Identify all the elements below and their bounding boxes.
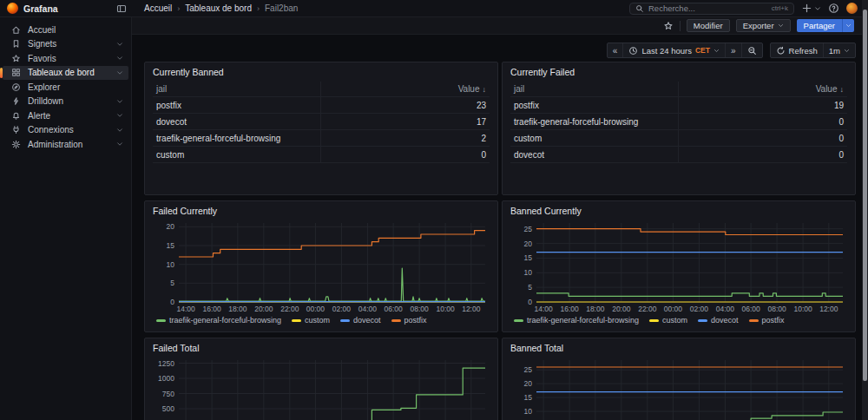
- column-header-jail[interactable]: jail: [153, 82, 321, 96]
- gear-icon: [11, 140, 21, 149]
- search-input[interactable]: Recherche... ctrl+k: [629, 3, 794, 15]
- share-button[interactable]: Partager: [797, 19, 842, 32]
- panel-title[interactable]: Failed Currently: [153, 206, 490, 219]
- panel-title[interactable]: Banned Total: [510, 343, 847, 356]
- sidebar-item-favoris[interactable]: Favoris: [3, 51, 128, 66]
- svg-text:20: 20: [524, 240, 533, 248]
- chart-plot-area[interactable]: 14:0016:0018:0020:0022:0000:0002:0004:00…: [510, 220, 847, 313]
- breadcrumb-home[interactable]: Accueil: [144, 3, 172, 13]
- legend-item[interactable]: traefik-general-forceful-browsing: [514, 316, 639, 325]
- chart-canvas[interactable]: 14:0016:0018:0020:0022:0000:0002:0004:00…: [510, 357, 847, 420]
- timeseries-chart: 14:0016:0018:0020:0022:0000:0002:0004:00…: [510, 356, 847, 420]
- export-button[interactable]: Exporter: [736, 19, 791, 32]
- time-range-picker[interactable]: Last 24 hours CET: [622, 43, 725, 57]
- svg-text:14:00: 14:00: [176, 305, 195, 313]
- favorite-star-icon[interactable]: [663, 21, 674, 31]
- chart-plot-area[interactable]: 14:0016:0018:0020:0022:0000:0002:0004:00…: [510, 357, 847, 420]
- sidebar-item-explorer[interactable]: Explorer: [3, 80, 128, 95]
- cell-value: 23: [321, 97, 490, 113]
- panel-title[interactable]: Currently Failed: [510, 67, 847, 80]
- svg-text:1000: 1000: [158, 374, 174, 383]
- legend-item[interactable]: custom: [292, 316, 330, 325]
- svg-text:5: 5: [170, 279, 174, 287]
- svg-text:08:00: 08:00: [410, 305, 429, 313]
- legend-item[interactable]: custom: [649, 316, 687, 325]
- panel-title[interactable]: Currently Banned: [153, 67, 490, 80]
- svg-text:22:00: 22:00: [280, 305, 299, 313]
- toggle-sidebar-icon[interactable]: [116, 3, 127, 14]
- svg-text:25: 25: [524, 365, 533, 374]
- legend-item[interactable]: postfix: [391, 316, 427, 325]
- new-button[interactable]: [801, 3, 821, 14]
- timezone-label: CET: [695, 46, 710, 55]
- sidebar-item-label: Alerte: [28, 111, 50, 121]
- column-header-value[interactable]: Value↓: [679, 82, 847, 96]
- scrollbar-track[interactable]: [862, 0, 868, 420]
- sidebar-item-connexions[interactable]: Connexions: [3, 123, 128, 138]
- share-menu-button[interactable]: [842, 19, 854, 32]
- table-row: dovecot 0: [510, 147, 847, 163]
- sidebar-item-alerte[interactable]: Alerte: [3, 108, 128, 123]
- sidebar-item-drilldown[interactable]: Drilldown: [3, 95, 128, 109]
- cell-jail: custom: [510, 130, 679, 146]
- zoom-out-button[interactable]: [741, 43, 762, 57]
- help-icon[interactable]: [828, 3, 839, 14]
- svg-text:500: 500: [162, 404, 174, 413]
- panel-title[interactable]: Failed Total: [153, 343, 490, 356]
- chart-canvas[interactable]: 14:0016:0018:0020:0022:0000:0002:0004:00…: [153, 220, 490, 313]
- cell-value: 19: [679, 97, 847, 113]
- search-shortcut: ctrl+k: [772, 4, 788, 12]
- time-shift-forward-button[interactable]: »: [725, 43, 741, 57]
- chart-plot-area[interactable]: 14:0016:0018:0020:0022:0000:0002:0004:00…: [153, 220, 490, 313]
- table-row: traefik-general-forceful-browsing 2: [153, 130, 490, 147]
- user-avatar[interactable]: [846, 3, 858, 14]
- column-header-jail[interactable]: jail: [510, 82, 679, 96]
- chart-canvas[interactable]: 14:0016:0018:0020:0022:0000:0002:0004:00…: [510, 220, 847, 313]
- svg-text:00:00: 00:00: [664, 305, 683, 313]
- edit-button[interactable]: Modifier: [687, 19, 730, 32]
- sidebar-item-administration[interactable]: Administration: [3, 137, 128, 152]
- legend-item[interactable]: dovecot: [340, 316, 381, 325]
- chart-plot-area[interactable]: 14:0016:0018:0020:0022:0000:0002:0004:00…: [153, 357, 490, 420]
- panel-currently-failed: Currently Failed jail Value↓ postfix 19 …: [502, 62, 856, 195]
- panel-title[interactable]: Banned Currently: [510, 206, 847, 219]
- column-header-value[interactable]: Value↓: [321, 82, 490, 96]
- legend-item[interactable]: dovecot: [698, 316, 739, 325]
- brand-area: Grafana: [0, 3, 132, 14]
- time-shift-back-button[interactable]: «: [608, 43, 623, 57]
- table-header-row: jail Value↓: [510, 82, 847, 97]
- legend-series-label: custom: [305, 316, 330, 325]
- svg-text:10:00: 10:00: [793, 305, 812, 313]
- legend-item[interactable]: postfix: [749, 316, 785, 325]
- svg-text:20: 20: [524, 379, 533, 388]
- timeseries-chart: 14:0016:0018:0020:0022:0000:0002:0004:00…: [510, 219, 847, 325]
- svg-text:22:00: 22:00: [638, 305, 657, 313]
- sidebar-item-label: Explorer: [28, 82, 60, 92]
- search-icon: [635, 4, 644, 13]
- table-header-row: jail Value↓: [153, 82, 490, 97]
- chart-canvas[interactable]: 14:0016:0018:0020:0022:0000:0002:0004:00…: [153, 357, 490, 420]
- refresh-interval-button[interactable]: 1m: [823, 43, 855, 57]
- legend-item[interactable]: traefik-general-forceful-browsing: [156, 316, 281, 325]
- timeseries-chart: 14:0016:0018:0020:0022:0000:0002:0004:00…: [153, 219, 490, 325]
- sidebar-item-accueil[interactable]: Accueil: [3, 23, 128, 37]
- refresh-label: Refresh: [789, 46, 818, 56]
- sidebar-item-tableaux-de-bord[interactable]: Tableaux de bord: [3, 66, 128, 81]
- scrollbar-thumb[interactable]: [863, 10, 867, 381]
- sidebar-item-signets[interactable]: Signets: [3, 37, 128, 52]
- dashboard-canvas: « Last 24 hours CET » Refresh 1: [132, 35, 868, 420]
- chevron-down-icon: [116, 112, 123, 119]
- sidebar-item-label: Accueil: [28, 25, 56, 35]
- refresh-button[interactable]: Refresh: [771, 43, 823, 57]
- cell-jail: traefik-general-forceful-browsing: [153, 130, 321, 146]
- plus-icon: [801, 3, 812, 14]
- sidebar: AccueilSignetsFavorisTableaux de bordExp…: [0, 17, 132, 420]
- svg-text:18:00: 18:00: [586, 305, 605, 313]
- dashboard-action-bar: Modifier Exporter Partager: [132, 17, 868, 35]
- breadcrumb-dashboards[interactable]: Tableaux de bord: [185, 3, 252, 13]
- svg-text:15: 15: [524, 393, 533, 402]
- svg-text:1250: 1250: [158, 359, 174, 368]
- svg-text:04:00: 04:00: [358, 305, 378, 313]
- svg-text:06:00: 06:00: [741, 305, 760, 313]
- chevron-down-icon: [713, 48, 720, 54]
